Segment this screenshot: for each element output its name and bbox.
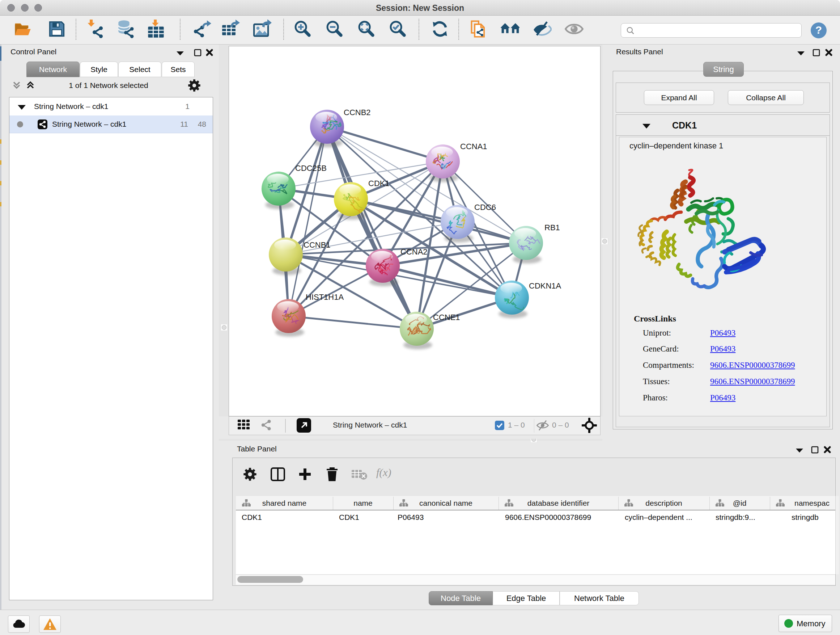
svg-text:CCNB1: CCNB1	[303, 241, 331, 249]
svg-text:CDC6: CDC6	[474, 203, 496, 212]
svg-text:CDK1: CDK1	[368, 179, 390, 188]
svg-text:HIST1H1A: HIST1H1A	[306, 293, 344, 302]
svg-text:?: ?	[815, 24, 822, 36]
svg-text:RB1: RB1	[545, 223, 560, 232]
svg-text:CDC25B: CDC25B	[295, 164, 327, 173]
svg-text:CCNB2: CCNB2	[344, 108, 371, 117]
svg-text:CDKN1A: CDKN1A	[529, 281, 561, 290]
svg-text:CCNA2: CCNA2	[401, 247, 428, 256]
svg-text:CCNA1: CCNA1	[460, 142, 487, 151]
svg-text:CCNE1: CCNE1	[433, 313, 460, 322]
